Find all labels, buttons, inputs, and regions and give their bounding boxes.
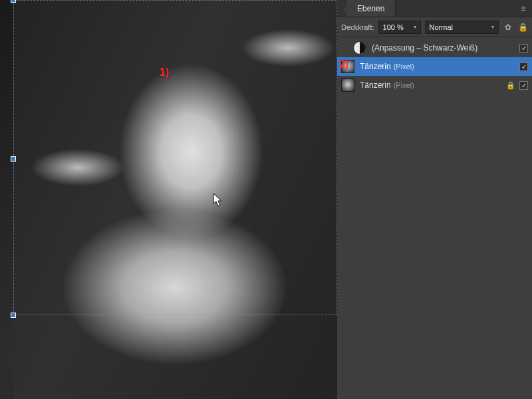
layer-row-actions: ✓ xyxy=(519,63,528,71)
blend-mode-dropdown[interactable]: Normal ▾ xyxy=(425,21,499,34)
chevron-down-icon: ▾ xyxy=(491,24,494,30)
opacity-label: Deckkraft: xyxy=(341,23,374,31)
layer-row[interactable]: Tänzerin(Pixel)🔒✓ xyxy=(337,76,532,94)
layer-name-text: Tänzerin xyxy=(360,62,391,71)
layer-type-text: (Pixel) xyxy=(394,63,414,70)
transform-handle-bl[interactable] xyxy=(11,313,16,318)
annotation-1: 1) xyxy=(160,66,169,78)
panel-menu-icon[interactable]: ≡ xyxy=(515,0,532,17)
panel-tab-bar: ⋮⋮ Ebenen ≡ xyxy=(337,0,532,17)
layer-options-row: Deckkraft: 100 % ▾ Normal ▾ ✿ 🔒 xyxy=(337,17,532,37)
panel-grip-icon[interactable]: ⋮⋮ xyxy=(337,0,346,17)
tab-layers[interactable]: Ebenen xyxy=(346,0,396,17)
layer-row-actions: 🔒✓ xyxy=(506,81,528,90)
blend-mode-value: Normal xyxy=(430,23,453,31)
gear-icon[interactable]: ✿ xyxy=(503,22,513,33)
visibility-checkbox[interactable]: ✓ xyxy=(519,44,528,53)
layer-name[interactable]: (Anpassung – Schwarz-Weiß) xyxy=(372,43,514,53)
lock-icon[interactable]: 🔒 xyxy=(517,22,528,33)
layer-type-text: (Pixel) xyxy=(394,81,414,89)
visibility-checkbox[interactable]: ✓ xyxy=(519,81,528,90)
transform-handle-tl[interactable] xyxy=(11,0,16,3)
document-image[interactable] xyxy=(13,0,336,399)
layers-panel: ⋮⋮ Ebenen ≡ Deckkraft: 100 % ▾ Normal ▾ … xyxy=(336,0,532,399)
visibility-checkbox[interactable]: ✓ xyxy=(519,63,528,71)
layer-row[interactable]: Tänzerin(Pixel)✓ xyxy=(337,57,532,76)
layer-name-text: Tänzerin xyxy=(360,80,391,90)
opacity-dropdown[interactable]: 100 % ▾ xyxy=(378,21,421,34)
layer-name[interactable]: Tänzerin(Pixel) xyxy=(360,80,501,90)
canvas-area[interactable]: 1) xyxy=(0,0,336,399)
layer-list: (Anpassung – Schwarz-Weiß)✓Tänzerin(Pixe… xyxy=(337,37,532,94)
layer-thumbnail[interactable] xyxy=(341,78,354,92)
lock-icon[interactable]: 🔒 xyxy=(506,81,515,90)
transform-handle-ml[interactable] xyxy=(11,156,16,162)
layer-name-text: (Anpassung – Schwarz-Weiß) xyxy=(372,43,477,53)
layer-name[interactable]: Tänzerin(Pixel) xyxy=(360,62,514,71)
layer-row-actions: ✓ xyxy=(519,44,528,53)
layer-row[interactable]: (Anpassung – Schwarz-Weiß)✓ xyxy=(337,39,532,57)
opacity-value: 100 % xyxy=(383,23,404,31)
chevron-down-icon: ▾ xyxy=(414,24,416,30)
adjustment-layer-icon[interactable] xyxy=(353,41,366,55)
annotation-2: 2) xyxy=(339,59,348,70)
tab-label: Ebenen xyxy=(357,4,384,13)
